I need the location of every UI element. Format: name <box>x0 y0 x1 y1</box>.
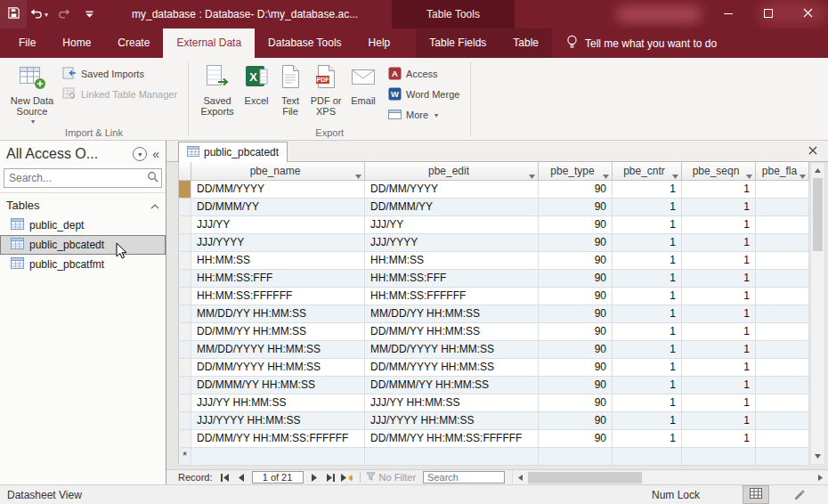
cell-pbe_fla[interactable] <box>756 340 809 358</box>
cell-pbe_cntr[interactable]: 1 <box>613 287 682 305</box>
cell-pbe_name[interactable]: MM/DD/YY HH:MM:SS <box>191 305 365 322</box>
cell-pbe_edit[interactable]: DD/MM/YYYY HH:MM:SS <box>365 358 539 376</box>
cell-pbe_name[interactable]: DD/MM/YY HH:MM:SS <box>191 322 365 340</box>
no-filter-button[interactable]: No Filter <box>366 472 417 484</box>
cell-pbe_seqn[interactable]: 1 <box>682 429 756 447</box>
tab-file[interactable]: File <box>5 28 49 58</box>
saved-exports-button[interactable]: Saved Exports <box>196 61 239 117</box>
minimize-button[interactable] <box>708 0 748 28</box>
cell-pbe_type[interactable]: 90 <box>539 411 613 429</box>
cell-pbe_type[interactable]: 90 <box>539 251 613 269</box>
cell-pbe_fla[interactable] <box>756 305 809 322</box>
cell-pbe_type[interactable]: 90 <box>539 287 613 305</box>
cell-pbe_type[interactable]: 90 <box>539 198 613 215</box>
column-dropdown-icon[interactable] <box>800 169 806 180</box>
cell-pbe_type[interactable]: 90 <box>539 376 613 394</box>
cell-pbe_fla[interactable] <box>756 447 809 465</box>
cell-pbe_name[interactable]: JJJ/YYYY HH:MM:SS <box>191 411 365 429</box>
cell-pbe_seqn[interactable]: 1 <box>682 215 756 233</box>
cell-pbe_cntr[interactable]: 1 <box>613 251 682 269</box>
shutter-collapse-button[interactable]: « <box>152 147 159 161</box>
record-selector[interactable] <box>179 376 191 394</box>
cell-pbe_cntr[interactable]: 1 <box>613 198 682 215</box>
sidebar-item-public_pbcatedt[interactable]: public_pbcatedt <box>0 235 166 255</box>
select-all-corner[interactable] <box>179 162 191 180</box>
cell-pbe_name[interactable]: DD/MM/YYYY HH:MM:SS <box>191 358 365 376</box>
cell-pbe_seqn[interactable]: 1 <box>682 233 756 251</box>
record-selector[interactable] <box>179 340 191 358</box>
cell-pbe_seqn[interactable]: 1 <box>682 322 756 340</box>
cell-pbe_cntr[interactable]: 1 <box>613 233 682 251</box>
nav-search-input[interactable] <box>9 172 147 184</box>
record-selector[interactable] <box>179 411 191 429</box>
cell-pbe_type[interactable]: 90 <box>539 233 613 251</box>
cell-pbe_edit[interactable]: MM/DD/YY HH:MM:SS <box>365 305 539 322</box>
scroll-down-button[interactable] <box>811 449 824 464</box>
cell-pbe_seqn[interactable]: 1 <box>682 198 756 215</box>
cell-pbe_type[interactable]: 90 <box>539 340 613 358</box>
column-dropdown-icon[interactable] <box>746 169 752 180</box>
cell-pbe_name[interactable]: DD/MMM/YY HH:MM:SS <box>191 376 365 394</box>
column-header-pbe_fla[interactable]: pbe_fla <box>756 162 809 180</box>
record-selector[interactable] <box>179 287 191 305</box>
tab-home[interactable]: Home <box>49 28 104 58</box>
cell-pbe_name[interactable]: DD/MM/YYYY <box>191 180 365 198</box>
document-close-button[interactable] <box>805 143 821 159</box>
cell-pbe_seqn[interactable]: 1 <box>682 340 756 358</box>
record-selector[interactable] <box>179 233 191 251</box>
cell-pbe_type[interactable]: 90 <box>539 322 613 340</box>
email-button[interactable]: Email <box>345 61 381 106</box>
cell-pbe_type[interactable]: 90 <box>539 269 613 287</box>
cell-pbe_seqn[interactable]: 1 <box>682 269 756 287</box>
cell-pbe_edit[interactable]: HH:MM:SS:FFF <box>365 269 539 287</box>
column-header-pbe_edit[interactable]: pbe_edit <box>365 162 539 180</box>
last-record-button[interactable] <box>322 471 338 484</box>
cell-pbe_edit[interactable]: DD/MMM/YY HH:MM:SS <box>365 376 539 394</box>
cell-pbe_edit[interactable]: DD/MM/YYYY <box>365 180 539 198</box>
record-selector[interactable] <box>179 429 191 447</box>
cell-pbe_type[interactable]: 90 <box>539 394 613 411</box>
cell-pbe_type[interactable]: 90 <box>539 215 613 233</box>
cell-pbe_seqn[interactable]: 1 <box>682 180 756 198</box>
column-header-pbe_seqn[interactable]: pbe_seqn <box>682 162 756 180</box>
cell-pbe_seqn[interactable]: 1 <box>682 251 756 269</box>
tab-table-fields[interactable]: Table Fields <box>416 28 499 58</box>
vertical-scroll-thumb[interactable] <box>813 178 823 251</box>
record-selector[interactable] <box>179 215 191 233</box>
cell-pbe_cntr[interactable]: 1 <box>613 215 682 233</box>
cell-pbe_fla[interactable] <box>756 287 809 305</box>
cell-pbe_cntr[interactable]: 1 <box>613 376 682 394</box>
cell-pbe_fla[interactable] <box>756 394 809 411</box>
word-merge-button[interactable]: W Word Merge <box>385 85 463 103</box>
sidebar-item-public_dept[interactable]: public_dept <box>0 215 166 235</box>
cell-pbe_name[interactable] <box>191 447 365 465</box>
cell-pbe_fla[interactable] <box>756 180 809 198</box>
cell-pbe_type[interactable]: 90 <box>539 305 613 322</box>
cell-pbe_name[interactable]: HH:MM:SS:FFFFFF <box>191 287 365 305</box>
cell-pbe_fla[interactable] <box>756 322 809 340</box>
column-dropdown-icon[interactable] <box>529 169 535 180</box>
horizontal-scroll-thumb[interactable] <box>528 472 642 484</box>
cell-pbe_fla[interactable] <box>756 411 809 429</box>
sidebar-item-public_pbcatfmt[interactable]: public_pbcatfmt <box>0 255 166 274</box>
scroll-right-button[interactable] <box>813 470 828 485</box>
cell-pbe_seqn[interactable]: 1 <box>682 358 756 376</box>
cell-pbe_fla[interactable] <box>756 429 809 447</box>
tab-external-data[interactable]: External Data <box>163 28 255 58</box>
scroll-up-button[interactable] <box>811 163 824 178</box>
customize-qat-button[interactable] <box>77 0 101 28</box>
cell-pbe_name[interactable]: JJJ/YY HH:MM:SS <box>191 394 365 411</box>
record-search-input[interactable] <box>423 471 505 484</box>
record-selector[interactable] <box>179 269 191 287</box>
column-dropdown-icon[interactable] <box>672 169 678 180</box>
vertical-scrollbar[interactable] <box>810 162 825 465</box>
column-header-pbe_cntr[interactable]: pbe_cntr <box>613 162 682 180</box>
cell-pbe_cntr[interactable]: 1 <box>613 180 682 198</box>
close-button[interactable] <box>788 0 828 28</box>
cell-pbe_cntr[interactable]: 1 <box>613 358 682 376</box>
scroll-left-button[interactable] <box>513 470 528 485</box>
record-selector[interactable] <box>179 358 191 376</box>
cell-pbe_type[interactable]: 90 <box>539 358 613 376</box>
tell-me-box[interactable]: Tell me what you want to do <box>566 28 717 58</box>
cell-pbe_seqn[interactable]: 1 <box>682 411 756 429</box>
